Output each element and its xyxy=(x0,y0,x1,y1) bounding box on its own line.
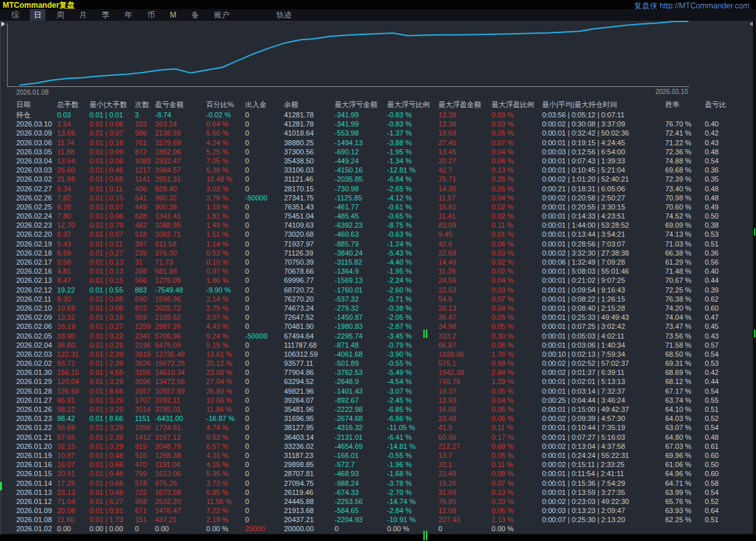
table-row[interactable]: 2026.02.267.820.01 | 0.15541990.323.76 %… xyxy=(1,193,756,202)
table-row[interactable]: 2026.01.0811.600.01 | 1.73151437.212.19 … xyxy=(1,515,756,524)
table-row[interactable]: 2026.02.247.800.01 | 0.066281341.411.81 … xyxy=(1,211,756,221)
table-row[interactable]: 2026.01.2698.220.01 | 3.2920143785.0111.… xyxy=(1,405,756,414)
table-row[interactable]: 2026.03.0326.600.01 | 0.4612171984.576.3… xyxy=(1,165,756,174)
table-row[interactable]: 2026.02.1010.590.01 | 0.058722025.722.79… xyxy=(1,304,756,313)
table-row[interactable]: 2026.01.2398.420.01 | 8.661151-6431.00-1… xyxy=(1,414,756,423)
cell-maxddpct: -6.86 % xyxy=(387,414,438,423)
table-row[interactable]: 2026.02.03122.310.01 | 2.39381912735.481… xyxy=(1,350,756,359)
split-handle-bottom-2[interactable] xyxy=(426,531,427,540)
cell-lots: 11.60 xyxy=(57,515,89,524)
table-row[interactable]: 2026.02.118.300.01 | 0.056901596.962.14 … xyxy=(1,295,756,304)
col-header-plratio[interactable]: 盈亏比 xyxy=(705,99,744,110)
menu-item-5[interactable]: 年 xyxy=(121,9,136,21)
table-row[interactable]: 2026.03.0611.740.01 | 0.187611579.694.24… xyxy=(1,138,756,147)
split-handle-mid-2[interactable] xyxy=(426,330,427,338)
table-row[interactable]: 2026.02.0913.320.01 | 0.189592165.623.07… xyxy=(1,313,756,322)
table-row[interactable]: 2026.02.206.370.01 | 0.075181082.711.51 … xyxy=(1,230,756,239)
cell-holdtime: 0:00:01 | 0:11:54 | 2:41:11 xyxy=(542,469,665,478)
scroll-indicator-left[interactable] xyxy=(0,482,2,490)
menu-item-3[interactable]: 月 xyxy=(75,9,91,21)
table-row[interactable]: 2026.01.29120.040.01 | 3.29309613472.562… xyxy=(1,377,756,386)
table-row[interactable]: 2026.01.1910.870.01 | 0.485161288.384.31… xyxy=(1,451,756,460)
table-row[interactable]: 2026.01.28126.590.01 | 8.66285710557.892… xyxy=(1,387,756,396)
table-row[interactable]: 2026.03.0913.650.01 | 0.079862138.395.50… xyxy=(1,128,756,138)
table-row[interactable]: 2026.02.195.430.01 | 0.11397811.581.14 %… xyxy=(1,239,756,248)
table-row[interactable]: 2026.01.0920.080.01 | 0.916711476.477.22… xyxy=(1,506,756,515)
table-row[interactable]: 2026.01.2256.690.01 | 3.2910561724.814.7… xyxy=(1,423,756,432)
table-row[interactable]: 2026.02.0533.900.01 | 0.2223415706.969.2… xyxy=(1,331,756,341)
col-header-date[interactable]: 日期 xyxy=(16,99,57,110)
table-row[interactable]: 2026.02.2312.700.01 | 0.794821088.951.49… xyxy=(1,221,756,230)
menu-item-2[interactable]: 周 xyxy=(53,9,68,21)
col-header-maxfppct[interactable]: 最大浮盈比例 xyxy=(491,99,542,110)
menu-item-6[interactable]: 币 xyxy=(143,9,159,21)
menu-item-8[interactable]: 备 xyxy=(187,9,203,21)
cell-profit: 3785.01 xyxy=(155,405,206,414)
table-row[interactable]: 2026.03.101.540.01 | 0.06103263.140.64 %… xyxy=(1,119,756,128)
table-row[interactable]: 持仓0.030.01 | 0.013-8.74-0.02 %041281.78-… xyxy=(1,110,756,119)
table-row[interactable]: 2026.02.275.340.01 | 0.11406828.403.03 %… xyxy=(1,184,756,193)
col-header-lots[interactable]: 总手数 xyxy=(57,99,89,110)
table-row[interactable]: 2026.03.0511.880.01 | 0.098721862.065.25… xyxy=(1,147,756,156)
menu-item-0[interactable]: 综 xyxy=(7,9,23,21)
table-header-row: 日期总手数最小|大手数次数盈亏金额百分比%出入金余额最大浮亏金额最大浮亏比例最大… xyxy=(1,99,756,110)
chart-left-arrow-icon[interactable] xyxy=(1,21,5,27)
col-header-minmax[interactable]: 最小|大手数 xyxy=(89,99,135,110)
col-header-cashflow[interactable]: 出入金 xyxy=(245,99,284,110)
col-header-maxddpct[interactable]: 最大浮亏比例 xyxy=(387,99,438,110)
table-row[interactable]: 2026.02.0436.600.01 | 0.2521965475.095.1… xyxy=(1,341,756,350)
cell-winrate: 74.88 % xyxy=(665,156,705,165)
cell-winrate: 67.17 % xyxy=(665,387,705,396)
table-row[interactable]: 2026.02.186.590.01 | 0.27235376.000.53 %… xyxy=(1,248,756,258)
table-row[interactable]: 2026.01.2765.910.01 | 3.2917073782.1110.… xyxy=(1,396,756,405)
cell-maxdd: -2674.68 xyxy=(335,414,387,423)
table-row[interactable]: 2026.03.0221.890.01 | 0.6611412951.3110.… xyxy=(1,174,756,184)
table-row[interactable]: 2026.02.1219.220.01 | 0.55883-7549.48-9.… xyxy=(1,285,756,295)
col-header-pct[interactable]: 百分比% xyxy=(206,99,245,110)
table-row[interactable]: 2026.02.164.810.01 | 0.13298681.890.97 %… xyxy=(1,267,756,276)
split-handle-mid[interactable] xyxy=(423,330,425,338)
menu-item-9[interactable]: 账户 xyxy=(210,9,233,21)
table-row[interactable]: 2026.02.138.470.01 | 0.155661276.051.86 … xyxy=(1,276,756,285)
col-header-balance[interactable]: 余额 xyxy=(284,99,335,110)
table-row[interactable]: 2026.01.1520.910.01 | 0.487991613.065.95… xyxy=(1,469,756,478)
col-header-count[interactable]: 次数 xyxy=(135,99,155,110)
table-row[interactable]: 2026.02.0293.720.01 | 2.39362615672.2520… xyxy=(1,359,756,368)
cell-maxdd: -485.45 xyxy=(335,211,387,221)
table-row[interactable]: 2026.02.170.580.01 | 0.133171.730.10 %07… xyxy=(1,258,756,267)
cell-winrate: 71.03 % xyxy=(665,239,705,248)
table-row[interactable]: 2026.02.0618.190.01 | 0.2712592987.264.4… xyxy=(1,322,756,331)
cell-holdtime: 0:00:01 | 0:08:22 | 1:26:15 xyxy=(542,295,665,304)
col-header-maxdd[interactable]: 最大浮亏金额 xyxy=(335,99,387,110)
cell-balance: 39264.07 xyxy=(284,396,335,405)
table-row[interactable]: 2026.01.2157.650.01 | 2.3914123167.129.5… xyxy=(1,433,756,442)
table-row[interactable]: 2026.03.0413.540.01 | 0.0610832332.477.0… xyxy=(1,156,756,165)
table-row[interactable]: 2026.01.1271.040.01 | 6.279582532.2011.5… xyxy=(1,497,756,506)
menu-item-1[interactable]: 日 xyxy=(30,9,45,21)
menu-item-10[interactable]: 轨迹 xyxy=(272,9,296,21)
table-row[interactable]: 2026.01.1616.070.01 | 0.664701191.044.15… xyxy=(1,460,756,469)
cell-maxfp: 0 xyxy=(438,524,491,533)
cell-balance: 37300.56 xyxy=(284,147,335,156)
table-row[interactable]: 2026.01.2032.150.01 | 3.298192048.796.57… xyxy=(1,442,756,451)
menu-item-7[interactable]: M xyxy=(166,10,180,20)
col-header-maxfp[interactable]: 最大浮盈金额 xyxy=(438,99,491,110)
scroll-indicator-2[interactable] xyxy=(754,330,755,337)
table-row[interactable]: 2026.02.256.280.01 | 0.07449900.391.19 %… xyxy=(1,202,756,211)
cell-cashflow: 0 xyxy=(245,423,284,432)
cell-lots: 0.03 xyxy=(57,110,89,119)
cell-lots: 5.43 xyxy=(57,239,89,248)
equity-chart-area: 2026.01.08 2026.03.10 xyxy=(1,21,756,99)
col-header-holdtime[interactable]: 最小|平均|最大持仓时间 xyxy=(542,99,665,110)
col-header-winrate[interactable]: 胜率 xyxy=(665,99,705,110)
cell-cashflow: 0 xyxy=(245,442,284,451)
table-row[interactable]: 2026.01.1417.250.01 | 0.66578975.293.73 … xyxy=(1,479,756,488)
scroll-indicator-1[interactable] xyxy=(754,228,755,235)
vertical-scrollbar[interactable] xyxy=(753,21,756,535)
col-header-profit[interactable]: 盈亏金额 xyxy=(155,99,206,110)
table-row[interactable]: 2026.01.1323.130.01 | 0.487221673.586.85… xyxy=(1,488,756,497)
menu-item-4[interactable]: 季 xyxy=(98,9,113,21)
table-row[interactable]: 2026.01.020.000.00 | 0.0000.000.00 %2000… xyxy=(1,524,756,533)
split-handle-bottom[interactable] xyxy=(423,531,425,540)
table-row[interactable]: 2026.01.30156.150.01 | 4.55325514610.342… xyxy=(1,368,756,377)
